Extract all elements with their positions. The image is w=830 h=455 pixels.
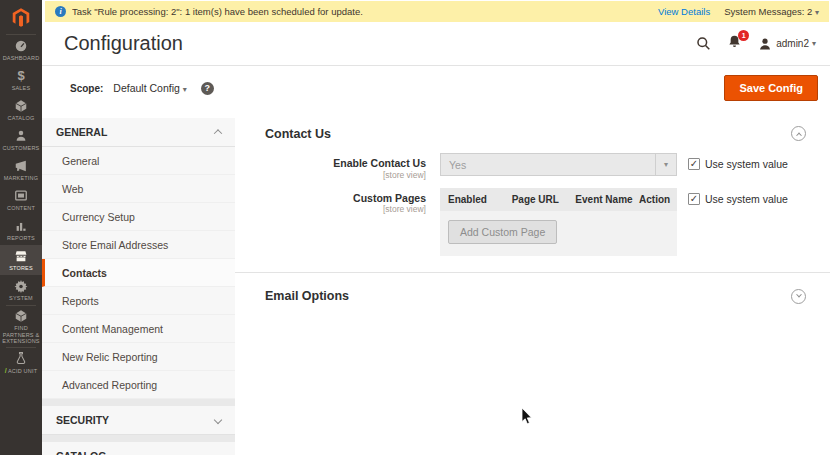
- customers-icon: [14, 129, 28, 143]
- sidebar-item-label: STORES: [9, 265, 33, 272]
- sales-icon: $: [17, 69, 24, 83]
- notification-badge: 1: [738, 30, 749, 41]
- caret-down-icon: ▾: [183, 85, 187, 94]
- field-label-col: Enable Contact Us [store view]: [235, 153, 440, 180]
- use-system-value-checkbox[interactable]: ✓: [688, 158, 700, 170]
- enable-contact-us-select[interactable]: Yes ▾: [440, 153, 677, 176]
- nav-item-web[interactable]: Web: [42, 175, 235, 203]
- chevron-down-icon: [214, 416, 222, 424]
- nav-section-label: CATALOG: [56, 450, 106, 455]
- email-options-section-header: Email Options: [235, 273, 830, 316]
- help-icon[interactable]: ?: [201, 82, 214, 95]
- stores-icon: [14, 249, 28, 263]
- sidebar-item-label: CUSTOMERS: [3, 145, 40, 152]
- section-title: Contact Us: [265, 127, 331, 141]
- sidebar-item-catalog[interactable]: CATALOG: [0, 95, 42, 125]
- sidebar-item-label: /ACID UNIT: [5, 367, 37, 375]
- system-message-bar: i Task "Rule processing: 2": 1 item(s) h…: [45, 1, 829, 22]
- field-scope-note: [store view]: [235, 170, 426, 180]
- custom-pages-row: Custom Pages [store view] Enabled Page U…: [235, 188, 830, 256]
- system-message-text: Task "Rule processing: 2": 1 item(s) hav…: [72, 6, 658, 17]
- dashboard-icon: [14, 39, 28, 53]
- nav-gap: [42, 435, 235, 442]
- view-details-link[interactable]: View Details: [658, 6, 710, 17]
- sidebar-item-dashboard[interactable]: DASHBOARD: [0, 35, 42, 65]
- custom-pages-table: Enabled Page URL Event Name Action Add C…: [440, 188, 677, 256]
- field-label-col: Custom Pages [store view]: [235, 188, 440, 215]
- nav-item-currency-setup[interactable]: Currency Setup: [42, 203, 235, 231]
- scope-switcher[interactable]: Default Config ▾: [113, 82, 186, 94]
- col-header-enabled: Enabled: [448, 194, 512, 205]
- sidebar-item-acid-unit[interactable]: /ACID UNIT: [0, 348, 42, 378]
- magento-logo-icon: [10, 7, 32, 28]
- page-header: Configuration 1 admin2 ▾: [42, 22, 830, 66]
- search-icon[interactable]: [696, 36, 711, 51]
- field-scope-note: [store view]: [235, 204, 426, 214]
- nav-item-content-management[interactable]: Content Management: [42, 315, 235, 343]
- system-messages-dropdown[interactable]: System Messages: 2 ▾: [724, 6, 819, 17]
- custom-pages-table-header: Enabled Page URL Event Name Action: [440, 188, 677, 211]
- nav-item-new-relic-reporting[interactable]: New Relic Reporting: [42, 343, 235, 371]
- expand-section-button[interactable]: [791, 289, 806, 304]
- nav-item-advanced-reporting[interactable]: Advanced Reporting: [42, 371, 235, 399]
- collapse-section-button[interactable]: [791, 126, 806, 141]
- sidebar-item-label: SALES: [12, 85, 31, 92]
- field-col: Yes ▾: [440, 153, 677, 176]
- system-icon: [14, 279, 28, 293]
- use-system-value-label: Use system value: [705, 193, 788, 205]
- add-custom-page-button[interactable]: Add Custom Page: [448, 220, 557, 244]
- reports-icon: [14, 219, 28, 233]
- select-caret-icon: ▾: [655, 154, 676, 175]
- sidebar-item-reports[interactable]: REPORTS: [0, 215, 42, 245]
- sidebar-item-label: CONTENT: [7, 205, 35, 212]
- contact-us-section-header: Contact Us: [235, 110, 830, 153]
- sidebar-item-content[interactable]: CONTENT: [0, 185, 42, 215]
- notifications-button[interactable]: 1: [727, 34, 742, 53]
- admin-user-menu[interactable]: admin2 ▾: [758, 37, 816, 51]
- use-system-value-label: Use system value: [705, 158, 788, 170]
- acid-check-icon: /: [5, 367, 7, 375]
- use-system-value-checkbox[interactable]: ✓: [688, 193, 700, 205]
- chevron-down-icon: [796, 292, 802, 298]
- info-icon: i: [55, 6, 66, 17]
- user-icon: [758, 37, 772, 51]
- nav-item-general[interactable]: General: [42, 147, 235, 175]
- col-header-event-name: Event Name: [575, 194, 639, 205]
- sidebar-item-marketing[interactable]: MARKETING: [0, 155, 42, 185]
- sidebar-item-find-partners[interactable]: FIND PARTNERS & EXTENSIONS: [0, 306, 42, 347]
- find-partners-icon: [14, 309, 28, 323]
- sidebar-item-stores[interactable]: STORES: [0, 245, 42, 275]
- catalog-icon: [14, 99, 28, 113]
- nav-section-label: SECURITY: [56, 414, 109, 426]
- chevron-up-icon: [796, 132, 802, 138]
- admin-username: admin2: [776, 38, 809, 49]
- config-nav: GENERAL General Web Currency Setup Store…: [42, 118, 235, 455]
- caret-down-icon: ▾: [815, 8, 819, 17]
- use-system-value-wrap: ✓ Use system value: [688, 153, 788, 170]
- sidebar-item-label: DASHBOARD: [3, 55, 40, 62]
- content-icon: [14, 189, 28, 203]
- save-config-button[interactable]: Save Config: [724, 75, 818, 101]
- nav-section-catalog[interactable]: CATALOG: [42, 442, 235, 455]
- nav-section-security[interactable]: SECURITY: [42, 406, 235, 435]
- field-col: Enabled Page URL Event Name Action Add C…: [440, 188, 677, 256]
- custom-pages-table-body: Add Custom Page: [440, 211, 677, 256]
- scope-label: Scope:: [70, 83, 103, 94]
- page-title: Configuration: [64, 32, 680, 55]
- nav-section-label: GENERAL: [56, 126, 107, 138]
- nav-item-contacts[interactable]: Contacts: [42, 259, 235, 287]
- nav-section-general[interactable]: GENERAL: [42, 118, 235, 147]
- sidebar-item-label: REPORTS: [7, 235, 35, 242]
- sidebar-item-customers[interactable]: CUSTOMERS: [0, 125, 42, 155]
- sidebar-item-system[interactable]: SYSTEM: [0, 275, 42, 305]
- magento-logo[interactable]: [0, 0, 42, 34]
- sidebar-item-sales[interactable]: $ SALES: [0, 65, 42, 95]
- sidebar-item-label: FIND PARTNERS & EXTENSIONS: [1, 325, 41, 345]
- enable-contact-us-row: Enable Contact Us [store view] Yes ▾ ✓ U…: [235, 153, 830, 180]
- nav-item-reports[interactable]: Reports: [42, 287, 235, 315]
- nav-item-store-email-addresses[interactable]: Store Email Addresses: [42, 231, 235, 259]
- sidebar-item-label: SYSTEM: [9, 295, 33, 302]
- col-header-action: Action: [639, 194, 669, 205]
- sidebar-item-label: CATALOG: [8, 115, 35, 122]
- chevron-up-icon: [214, 129, 222, 137]
